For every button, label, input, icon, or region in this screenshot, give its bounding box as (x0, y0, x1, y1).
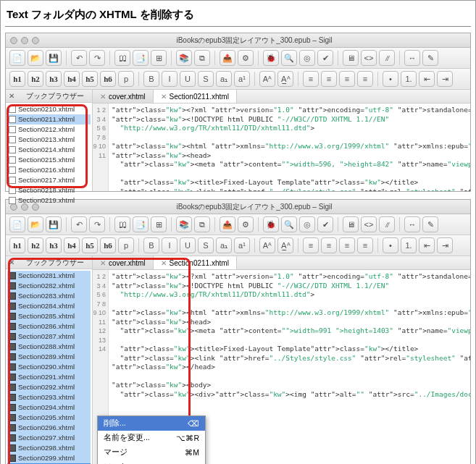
toolbar-button[interactable]: 🖥 (343, 50, 359, 66)
format-button[interactable]: ⇥ (437, 71, 453, 87)
format-button[interactable]: ≡ (321, 237, 337, 253)
format-button[interactable]: S (198, 71, 214, 87)
tab-close-icon[interactable]: ✕ (100, 93, 106, 101)
format-button[interactable]: ≡ (339, 71, 355, 87)
tree-file-item[interactable]: Section0219.xhtml (7, 195, 91, 206)
context-menu-item[interactable]: 削除...⌫ (98, 416, 205, 431)
format-button[interactable]: A̲ᴬ (277, 71, 293, 87)
tree-file-item[interactable]: Section0287.xhtml (7, 332, 91, 342)
heading-button-h3[interactable]: h3 (46, 71, 62, 87)
toolbar-button[interactable]: ✔ (317, 50, 333, 66)
toolbar-button[interactable]: 📂 (28, 50, 43, 66)
toolbar-button[interactable]: ⫽ (379, 50, 395, 66)
tree-file-item[interactable]: Section0214.xhtml (7, 145, 91, 155)
toolbar-button[interactable]: 📤 (220, 216, 235, 232)
toolbar-button[interactable]: 🔍 (281, 50, 297, 66)
tree-file-item[interactable]: Section0295.xhtml (7, 413, 91, 423)
tab-close-icon[interactable]: ✕ (100, 259, 106, 267)
toolbar-button[interactable]: ↔ (404, 216, 420, 232)
heading-button-h4[interactable]: h4 (64, 71, 80, 87)
toolbar-button[interactable]: 🖥 (343, 216, 359, 232)
format-button[interactable]: 1. (401, 71, 417, 87)
format-button[interactable]: ≡ (357, 71, 373, 87)
toolbar-button[interactable]: ✎ (422, 50, 438, 66)
format-button[interactable]: S (198, 237, 214, 253)
heading-button-h6[interactable]: h6 (100, 71, 116, 87)
toolbar-button[interactable]: 📂 (28, 216, 43, 232)
tree-file-item[interactable]: Section0284.xhtml (7, 301, 91, 311)
toolbar-button[interactable]: 🐞 (263, 216, 279, 232)
tree-file-item[interactable]: Section0286.xhtml (7, 321, 91, 332)
format-button[interactable]: Aᴬ (259, 71, 275, 87)
tree-file-item[interactable]: Section0297.xhtml (7, 433, 91, 443)
tree-file-item[interactable]: Section0293.xhtml (7, 392, 91, 402)
format-button[interactable]: A̲ᴬ (277, 237, 293, 253)
toolbar-button[interactable]: 💾 (46, 216, 62, 232)
tree-file-item[interactable]: Section0288.xhtml (7, 342, 91, 352)
tree-file-item[interactable]: Section0211.xhtml (7, 114, 91, 125)
tree-file-item[interactable]: Section0281.xhtml (7, 271, 91, 281)
panel-close-icon[interactable]: ✕ (6, 92, 17, 100)
toolbar-button[interactable]: 📄 (9, 50, 25, 66)
toolbar-button[interactable]: ⊞ (151, 50, 167, 66)
tree-file-item[interactable]: Section0216.xhtml (7, 165, 91, 175)
context-menu-item[interactable]: 名前を変更...⌥⌘R (98, 431, 205, 445)
toolbar-button[interactable]: ✔ (317, 216, 333, 232)
tree-file-item[interactable]: Section0217.xhtml (7, 175, 91, 185)
format-button[interactable]: a₁ (216, 237, 232, 253)
format-button[interactable]: • (383, 237, 398, 253)
format-button[interactable]: 1. (401, 237, 417, 253)
format-button[interactable]: U (180, 237, 196, 253)
heading-button-h1[interactable]: h1 (9, 71, 25, 87)
format-button[interactable]: p (118, 71, 134, 87)
toolbar-button[interactable]: ◎ (299, 50, 315, 66)
editor-tab[interactable]: ✕Section0211.xhtml (154, 90, 237, 103)
tree-file-item[interactable]: Section0212.xhtml (7, 125, 91, 135)
format-button[interactable]: ⇤ (419, 71, 435, 87)
context-menu-item[interactable]: ソート... (98, 460, 205, 464)
toolbar-button[interactable]: ⧉ (194, 50, 210, 66)
toolbar-button[interactable]: 📑 (133, 216, 149, 232)
tree-file-item[interactable]: Section0218.xhtml (7, 185, 91, 195)
heading-button-h3[interactable]: h3 (46, 237, 62, 253)
tree-file-item[interactable]: Section0283.xhtml (7, 291, 91, 301)
toolbar-button[interactable]: ✎ (422, 216, 438, 232)
toolbar-button[interactable]: ⧉ (194, 216, 210, 232)
toolbar-button[interactable]: 🕮 (114, 216, 130, 232)
format-button[interactable]: ≡ (339, 237, 355, 253)
toolbar-button[interactable]: ◎ (299, 216, 315, 232)
heading-button-h5[interactable]: h5 (82, 237, 98, 253)
tree-file-item[interactable]: Section0213.xhtml (7, 135, 91, 145)
tree-file-item[interactable]: Section0289.xhtml (7, 352, 91, 362)
tree-file-item[interactable]: Section0292.xhtml (7, 382, 91, 392)
format-button[interactable]: B (143, 71, 159, 87)
format-button[interactable]: p (118, 237, 134, 253)
toolbar-button[interactable]: ⊞ (151, 216, 167, 232)
tree-file-item[interactable]: Section0291.xhtml (7, 372, 91, 382)
editor-tab[interactable]: ✕cover.xhtml (93, 256, 154, 269)
toolbar-button[interactable]: <> (361, 50, 377, 66)
heading-button-h1[interactable]: h1 (9, 237, 25, 253)
editor-tab[interactable]: ✕Section0211.xhtml (154, 256, 237, 269)
toolbar-button[interactable]: ⫽ (379, 216, 395, 232)
heading-button-h4[interactable]: h4 (64, 237, 80, 253)
format-button[interactable]: ≡ (357, 237, 373, 253)
toolbar-button[interactable]: 🕮 (114, 50, 130, 66)
format-button[interactable]: ≡ (303, 71, 319, 87)
format-button[interactable]: ⇥ (437, 237, 453, 253)
code-editor[interactable]: "attr">class="kw"><?xml "attr">version="… (109, 104, 470, 191)
tree-file-item[interactable]: Section0210.xhtml (7, 104, 91, 114)
toolbar-button[interactable]: 💾 (46, 50, 62, 66)
toolbar-button[interactable]: 🔍 (281, 216, 297, 232)
toolbar-button[interactable]: ↶ (71, 216, 87, 232)
toolbar-button[interactable]: ↶ (71, 50, 87, 66)
format-button[interactable]: a¹ (234, 237, 250, 253)
toolbar-button[interactable]: ↷ (89, 216, 105, 232)
heading-button-h5[interactable]: h5 (82, 71, 98, 87)
tab-close-icon[interactable]: ✕ (161, 93, 167, 101)
toolbar-button[interactable]: ⚙ (238, 216, 254, 232)
tree-file-item[interactable]: Section0282.xhtml (7, 281, 91, 291)
format-button[interactable]: ≡ (321, 71, 337, 87)
tree-file-item[interactable]: Section0296.xhtml (7, 423, 91, 433)
toolbar-button[interactable]: ↔ (404, 50, 420, 66)
